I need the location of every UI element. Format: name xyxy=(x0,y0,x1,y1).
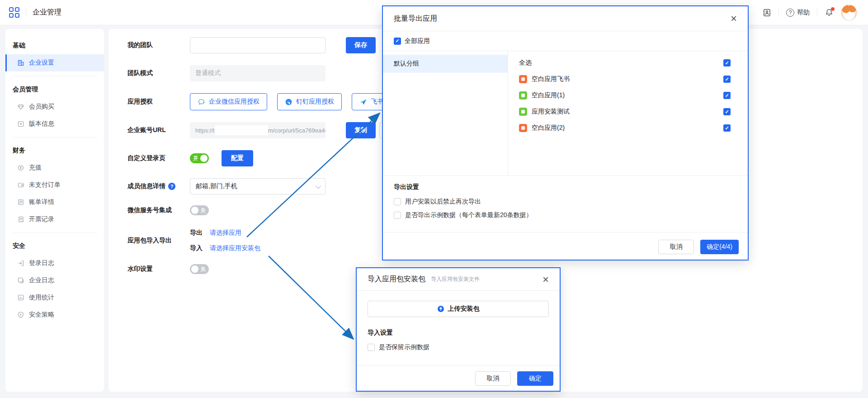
select-all-label: 全选 xyxy=(519,59,532,67)
notifications-bell-icon[interactable] xyxy=(825,8,834,17)
close-icon[interactable]: × xyxy=(731,13,737,24)
divider xyxy=(26,9,26,17)
page-title: 企业管理 xyxy=(33,8,61,17)
sidebar-item-enterprise-settings[interactable]: 企业设置 xyxy=(5,54,104,71)
app-name: 空白应用(1) xyxy=(532,91,565,100)
sidebar-section-membership: 会员管理 xyxy=(5,81,104,98)
app-list: 全选 空白应用飞书 空白应用(1) 应用安装测试 空白应用(2) xyxy=(508,51,748,175)
shield-icon xyxy=(17,311,24,318)
sidebar-item-login-logs[interactable]: 登录日志 xyxy=(5,255,104,272)
toggle-on-text: 开 xyxy=(191,155,200,162)
app-checkbox[interactable] xyxy=(723,76,731,83)
app-checkbox[interactable] xyxy=(723,124,731,132)
building-icon xyxy=(17,59,24,66)
team-mode-label: 团队模式 xyxy=(127,69,190,77)
app-list-item: 空白应用飞书 xyxy=(508,71,748,87)
sidebar-item-version-info[interactable]: 版本信息 xyxy=(5,115,104,133)
select-app-link[interactable]: 请选择应用 xyxy=(210,229,241,237)
copy-url-button[interactable]: 复制 xyxy=(346,122,376,138)
my-team-input[interactable] xyxy=(190,37,326,53)
wechat-work-auth-button[interactable]: 企业微信应用授权 xyxy=(190,93,267,110)
keep-sample-data-checkbox[interactable] xyxy=(368,344,375,351)
apps-grid-icon[interactable] xyxy=(9,7,19,18)
sidebar-item-label: 使用统计 xyxy=(29,294,54,302)
wechat-auth-label: 企业微信应用授权 xyxy=(209,98,259,106)
contacts-icon[interactable] xyxy=(762,8,771,17)
save-button[interactable]: 保存 xyxy=(346,37,376,53)
sidebar-item-recharge[interactable]: 充值 xyxy=(5,159,104,176)
wechat-service-toggle[interactable]: 关 xyxy=(190,205,209,215)
sidebar-item-security-policy[interactable]: 安全策略 xyxy=(5,306,104,323)
sidebar-item-invoice-records[interactable]: 开票记录 xyxy=(5,211,104,228)
import-settings-title: 导入设置 xyxy=(368,329,549,337)
select-all-checkbox[interactable] xyxy=(723,59,731,66)
member-info-select[interactable]: 邮箱,部门,手机 xyxy=(190,178,326,194)
close-icon[interactable]: × xyxy=(542,274,549,285)
invoice-icon xyxy=(17,216,24,223)
import-package-modal: 导入应用包安装包 导入应用包安装文件 × 上传安装包 导入设置 是否保留示例数据… xyxy=(356,267,561,392)
app-checkbox[interactable] xyxy=(723,92,731,99)
sidebar-item-member-purchase[interactable]: 会员购买 xyxy=(5,98,104,115)
import-modal-subtitle: 导入应用包安装文件 xyxy=(431,275,480,283)
all-apps-label: 全部应用 xyxy=(405,37,430,45)
corp-url-label: 企业账号URL xyxy=(127,126,190,134)
all-apps-checkbox[interactable] xyxy=(394,38,401,45)
app-icon xyxy=(519,108,527,116)
question-icon: ? xyxy=(786,9,794,17)
export-sample-data-label: 是否导出示例数据（每个表单最新20条数据） xyxy=(405,211,533,219)
upload-label: 上传安装包 xyxy=(448,305,480,313)
sidebar-item-enterprise-logs[interactable]: 企业日志 xyxy=(5,272,104,289)
my-team-label: 我的团队 xyxy=(127,41,190,49)
sidebar-item-label: 未支付订单 xyxy=(29,181,61,189)
sidebar-item-label: 账单详情 xyxy=(29,198,54,206)
help-button[interactable]: ? 帮助 xyxy=(786,9,810,17)
sidebar-item-label: 充值 xyxy=(29,164,42,172)
sidebar-item-label: 登录日志 xyxy=(29,259,54,267)
forbid-reexport-checkbox[interactable] xyxy=(394,198,401,205)
app-checkbox[interactable] xyxy=(723,108,731,115)
sidebar: 基础 企业设置 会员管理 会员购买 版本信息 财务 充值 未支付订单 账单详情 … xyxy=(5,29,104,392)
cancel-button[interactable]: 取消 xyxy=(658,240,694,254)
sidebar-item-label: 企业设置 xyxy=(29,59,54,67)
confirm-button[interactable]: 确定 xyxy=(517,371,553,386)
watermark-toggle[interactable]: 关 xyxy=(190,264,209,274)
sidebar-item-usage-stats[interactable]: 使用统计 xyxy=(5,289,104,306)
stats-icon xyxy=(17,294,24,301)
cancel-button[interactable]: 取消 xyxy=(475,371,511,386)
sidebar-item-bill-details[interactable]: 账单详情 xyxy=(5,194,104,211)
sidebar-section-finance: 财务 xyxy=(5,142,104,159)
app-icon xyxy=(519,75,527,83)
member-info-label: 成员信息详情 ? xyxy=(127,182,190,190)
sidebar-item-unpaid-orders[interactable]: 未支付订单 xyxy=(5,176,104,194)
app-name: 应用安装测试 xyxy=(532,108,570,116)
user-avatar[interactable] xyxy=(841,5,857,21)
app-icon xyxy=(519,124,527,132)
group-list: 默认分组 xyxy=(383,51,508,175)
select-all-row: 全选 xyxy=(508,55,748,71)
sidebar-item-label: 开票记录 xyxy=(29,215,54,223)
help-question-icon[interactable]: ? xyxy=(168,183,175,190)
export-line: 导出 请选择应用 xyxy=(190,229,260,237)
dingtalk-auth-button[interactable]: 钉钉应用授权 xyxy=(277,93,342,110)
forbid-reexport-label: 用户安装以后禁止再次导出 xyxy=(405,198,481,206)
help-label: 帮助 xyxy=(797,9,810,17)
corp-url-value: https://t m/corp/url/5ca769ea4e27... xyxy=(190,122,326,138)
toggle-knob xyxy=(191,207,198,214)
toggle-off-text: 关 xyxy=(198,207,208,214)
custom-login-toggle[interactable]: 开 xyxy=(190,153,209,163)
export-sample-data-checkbox[interactable] xyxy=(394,212,401,219)
sidebar-section-basic: 基础 xyxy=(5,37,104,54)
group-item-default[interactable]: 默认分组 xyxy=(383,55,508,73)
sidebar-item-label: 安全策略 xyxy=(29,311,54,319)
configure-button[interactable]: 配置 xyxy=(222,150,253,166)
select-package-link[interactable]: 请选择应用安装包 xyxy=(210,244,260,252)
confirm-button[interactable]: 确定(4/4) xyxy=(700,240,739,254)
app-name: 空白应用飞书 xyxy=(532,75,570,83)
app-list-item: 空白应用(2) xyxy=(508,120,748,136)
upload-package-button[interactable]: 上传安装包 xyxy=(368,301,549,317)
app-name: 空白应用(2) xyxy=(532,124,565,132)
url-redaction-mask xyxy=(215,125,268,135)
member-info-selected-value: 邮箱,部门,手机 xyxy=(196,182,237,190)
wechat-work-icon xyxy=(198,98,205,106)
custom-login-label: 自定义登录页 xyxy=(127,154,190,162)
